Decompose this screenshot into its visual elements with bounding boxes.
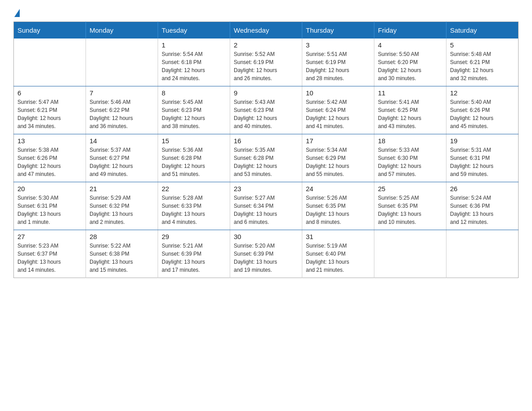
day-info: Sunrise: 5:26 AM Sunset: 6:35 PM Dayligh…: [306, 194, 370, 226]
day-info: Sunrise: 5:48 AM Sunset: 6:21 PM Dayligh…: [450, 50, 515, 82]
day-number: 2: [234, 41, 298, 49]
calendar-cell: 11Sunrise: 5:41 AM Sunset: 6:25 PM Dayli…: [374, 86, 446, 134]
calendar-cell: 5Sunrise: 5:48 AM Sunset: 6:21 PM Daylig…: [446, 39, 519, 86]
calendar-cell: 30Sunrise: 5:20 AM Sunset: 6:39 PM Dayli…: [230, 230, 302, 278]
day-number: 14: [90, 137, 154, 145]
day-info: Sunrise: 5:30 AM Sunset: 6:31 PM Dayligh…: [17, 194, 82, 226]
weekday-header-thursday: Thursday: [302, 22, 374, 39]
day-info: Sunrise: 5:25 AM Sunset: 6:35 PM Dayligh…: [378, 194, 442, 226]
weekday-header-wednesday: Wednesday: [230, 22, 302, 39]
day-info: Sunrise: 5:42 AM Sunset: 6:24 PM Dayligh…: [306, 98, 370, 130]
calendar-cell: 2Sunrise: 5:52 AM Sunset: 6:19 PM Daylig…: [230, 39, 302, 86]
day-info: Sunrise: 5:38 AM Sunset: 6:26 PM Dayligh…: [17, 146, 82, 178]
day-number: 25: [378, 185, 442, 193]
day-number: 13: [17, 137, 82, 145]
day-number: 7: [90, 89, 154, 97]
day-number: 4: [378, 41, 442, 49]
day-info: Sunrise: 5:50 AM Sunset: 6:20 PM Dayligh…: [378, 50, 442, 82]
day-info: Sunrise: 5:43 AM Sunset: 6:23 PM Dayligh…: [234, 98, 298, 130]
day-number: 21: [90, 185, 154, 193]
day-number: 23: [234, 185, 298, 193]
calendar-cell: 22Sunrise: 5:28 AM Sunset: 6:33 PM Dayli…: [158, 182, 230, 230]
day-info: Sunrise: 5:46 AM Sunset: 6:22 PM Dayligh…: [90, 98, 154, 130]
day-info: Sunrise: 5:40 AM Sunset: 6:26 PM Dayligh…: [450, 98, 515, 130]
calendar-cell: 21Sunrise: 5:29 AM Sunset: 6:32 PM Dayli…: [86, 182, 158, 230]
day-info: Sunrise: 5:22 AM Sunset: 6:38 PM Dayligh…: [90, 242, 154, 274]
day-info: Sunrise: 5:54 AM Sunset: 6:18 PM Dayligh…: [162, 50, 226, 82]
day-number: 20: [17, 185, 82, 193]
calendar-week-row: 1Sunrise: 5:54 AM Sunset: 6:18 PM Daylig…: [14, 39, 519, 86]
calendar-cell: 18Sunrise: 5:33 AM Sunset: 6:30 PM Dayli…: [374, 134, 446, 182]
calendar-cell: 1Sunrise: 5:54 AM Sunset: 6:18 PM Daylig…: [158, 39, 230, 86]
calendar-cell: 29Sunrise: 5:21 AM Sunset: 6:39 PM Dayli…: [158, 230, 230, 278]
calendar-cell: 28Sunrise: 5:22 AM Sunset: 6:38 PM Dayli…: [86, 230, 158, 278]
calendar-week-row: 27Sunrise: 5:23 AM Sunset: 6:37 PM Dayli…: [14, 230, 519, 278]
day-info: Sunrise: 5:23 AM Sunset: 6:37 PM Dayligh…: [17, 242, 82, 274]
calendar-cell: 6Sunrise: 5:47 AM Sunset: 6:21 PM Daylig…: [14, 86, 86, 134]
calendar-week-row: 13Sunrise: 5:38 AM Sunset: 6:26 PM Dayli…: [14, 134, 519, 182]
calendar-week-row: 6Sunrise: 5:47 AM Sunset: 6:21 PM Daylig…: [14, 86, 519, 134]
calendar-cell: 3Sunrise: 5:51 AM Sunset: 6:19 PM Daylig…: [302, 39, 374, 86]
calendar-cell: 20Sunrise: 5:30 AM Sunset: 6:31 PM Dayli…: [14, 182, 86, 230]
day-info: Sunrise: 5:45 AM Sunset: 6:23 PM Dayligh…: [162, 98, 226, 130]
calendar-cell: 7Sunrise: 5:46 AM Sunset: 6:22 PM Daylig…: [86, 86, 158, 134]
day-number: 9: [234, 89, 298, 97]
day-info: Sunrise: 5:41 AM Sunset: 6:25 PM Dayligh…: [378, 98, 442, 130]
weekday-header-sunday: Sunday: [14, 22, 86, 39]
day-number: 31: [306, 233, 370, 240]
logo-triangle-icon: [14, 9, 20, 17]
day-number: 5: [450, 41, 515, 49]
day-info: Sunrise: 5:21 AM Sunset: 6:39 PM Dayligh…: [162, 242, 226, 274]
calendar-cell: 31Sunrise: 5:19 AM Sunset: 6:40 PM Dayli…: [302, 230, 374, 278]
day-number: 28: [90, 233, 154, 240]
weekday-header-saturday: Saturday: [446, 22, 519, 39]
calendar-cell: 9Sunrise: 5:43 AM Sunset: 6:23 PM Daylig…: [230, 86, 302, 134]
day-number: 22: [162, 185, 226, 193]
day-number: 11: [378, 89, 442, 97]
day-info: Sunrise: 5:52 AM Sunset: 6:19 PM Dayligh…: [234, 50, 298, 82]
day-number: 16: [234, 137, 298, 145]
day-info: Sunrise: 5:19 AM Sunset: 6:40 PM Dayligh…: [306, 242, 370, 274]
page-header: [13, 9, 519, 17]
calendar-cell: 12Sunrise: 5:40 AM Sunset: 6:26 PM Dayli…: [446, 86, 519, 134]
calendar-body: 1Sunrise: 5:54 AM Sunset: 6:18 PM Daylig…: [14, 39, 519, 278]
day-number: 27: [17, 233, 82, 240]
calendar-cell: 10Sunrise: 5:42 AM Sunset: 6:24 PM Dayli…: [302, 86, 374, 134]
day-number: 26: [450, 185, 515, 193]
weekday-header-monday: Monday: [86, 22, 158, 39]
calendar-cell: [446, 230, 519, 278]
day-number: 19: [450, 137, 515, 145]
day-info: Sunrise: 5:28 AM Sunset: 6:33 PM Dayligh…: [162, 194, 226, 226]
calendar-cell: 24Sunrise: 5:26 AM Sunset: 6:35 PM Dayli…: [302, 182, 374, 230]
calendar-cell: 16Sunrise: 5:35 AM Sunset: 6:28 PM Dayli…: [230, 134, 302, 182]
day-number: 3: [306, 41, 370, 49]
calendar-cell: 19Sunrise: 5:31 AM Sunset: 6:31 PM Dayli…: [446, 134, 519, 182]
day-number: 30: [234, 233, 298, 240]
day-number: 15: [162, 137, 226, 145]
day-number: 18: [378, 137, 442, 145]
calendar-cell: 17Sunrise: 5:34 AM Sunset: 6:29 PM Dayli…: [302, 134, 374, 182]
calendar-cell: 27Sunrise: 5:23 AM Sunset: 6:37 PM Dayli…: [14, 230, 86, 278]
day-info: Sunrise: 5:31 AM Sunset: 6:31 PM Dayligh…: [450, 146, 515, 178]
day-number: 29: [162, 233, 226, 240]
day-info: Sunrise: 5:24 AM Sunset: 6:36 PM Dayligh…: [450, 194, 515, 226]
day-number: 12: [450, 89, 515, 97]
day-number: 6: [17, 89, 82, 97]
calendar-cell: 26Sunrise: 5:24 AM Sunset: 6:36 PM Dayli…: [446, 182, 519, 230]
day-info: Sunrise: 5:34 AM Sunset: 6:29 PM Dayligh…: [306, 146, 370, 178]
weekday-header-tuesday: Tuesday: [158, 22, 230, 39]
calendar-cell: 23Sunrise: 5:27 AM Sunset: 6:34 PM Dayli…: [230, 182, 302, 230]
day-number: 10: [306, 89, 370, 97]
day-number: 17: [306, 137, 370, 145]
logo-area: [13, 9, 21, 17]
calendar-cell: 4Sunrise: 5:50 AM Sunset: 6:20 PM Daylig…: [374, 39, 446, 86]
day-number: 24: [306, 185, 370, 193]
day-info: Sunrise: 5:27 AM Sunset: 6:34 PM Dayligh…: [234, 194, 298, 226]
calendar-cell: 15Sunrise: 5:36 AM Sunset: 6:28 PM Dayli…: [158, 134, 230, 182]
weekday-header-friday: Friday: [374, 22, 446, 39]
day-info: Sunrise: 5:36 AM Sunset: 6:28 PM Dayligh…: [162, 146, 226, 178]
day-info: Sunrise: 5:51 AM Sunset: 6:19 PM Dayligh…: [306, 50, 370, 82]
day-info: Sunrise: 5:20 AM Sunset: 6:39 PM Dayligh…: [234, 242, 298, 274]
calendar-cell: 13Sunrise: 5:38 AM Sunset: 6:26 PM Dayli…: [14, 134, 86, 182]
calendar-cell: [14, 39, 86, 86]
